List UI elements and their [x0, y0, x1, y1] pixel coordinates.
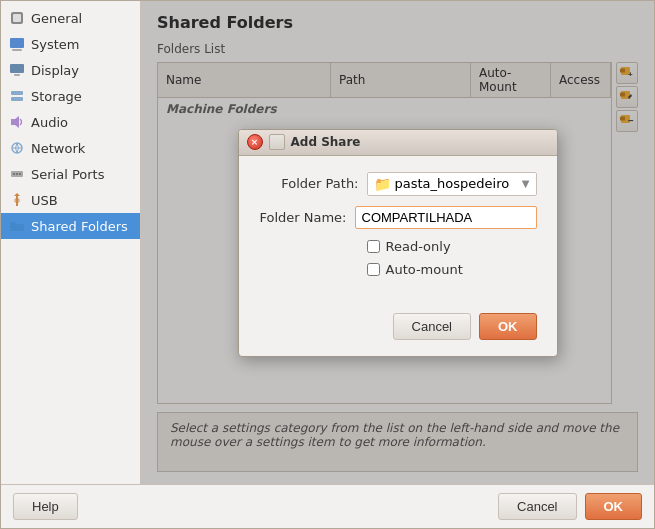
modal-body: Folder Path: 📁 pasta_hospedeiro ▼ Folder…: [239, 156, 557, 301]
folder-path-label: Folder Path:: [259, 176, 359, 191]
svg-rect-6: [11, 91, 23, 95]
modal-footer: Cancel OK: [239, 301, 557, 356]
main-panel: Shared Folders Folders List Name Path Au…: [141, 1, 654, 484]
sidebar-item-network[interactable]: Network: [1, 135, 140, 161]
automount-checkbox[interactable]: [367, 263, 380, 276]
modal-title: Add Share: [291, 135, 361, 149]
close-icon: ×: [251, 137, 259, 147]
modal-ok-button[interactable]: OK: [479, 313, 537, 340]
display-icon: [9, 62, 25, 78]
bottom-right-buttons: Cancel OK: [498, 493, 642, 520]
svg-marker-8: [11, 116, 19, 128]
readonly-checkbox[interactable]: [367, 240, 380, 253]
svg-point-13: [16, 173, 18, 175]
modal-titlebar: × Add Share: [239, 130, 557, 156]
system-icon: [9, 36, 25, 52]
svg-rect-1: [13, 14, 21, 22]
svg-rect-7: [11, 97, 23, 101]
serial-icon: [9, 166, 25, 182]
sidebar-item-serial-ports[interactable]: Serial Ports: [1, 161, 140, 187]
audio-icon: [9, 114, 25, 130]
sidebar-item-usb[interactable]: USB: [1, 187, 140, 213]
readonly-row: Read-only: [367, 239, 537, 254]
svg-rect-4: [10, 64, 24, 73]
folder-path-control[interactable]: 📁 pasta_hospedeiro ▼: [367, 172, 537, 196]
readonly-label: Read-only: [386, 239, 451, 254]
sidebar: General System Display Storage: [1, 1, 141, 484]
dropdown-arrow-icon: ▼: [522, 178, 530, 189]
folder-name-row: Folder Name:: [259, 206, 537, 229]
modal-minimize-button[interactable]: [269, 134, 285, 150]
network-icon: [9, 140, 25, 156]
folder-path-value: pasta_hospedeiro: [395, 176, 518, 191]
folder-icon: 📁: [374, 176, 391, 192]
modal-cancel-button[interactable]: Cancel: [393, 313, 471, 340]
general-icon: [9, 10, 25, 26]
modal-overlay: × Add Share Folder Path: 📁 pasta_hospede…: [141, 1, 654, 484]
automount-label: Auto-mount: [386, 262, 463, 277]
sidebar-item-system[interactable]: System: [1, 31, 140, 57]
automount-row: Auto-mount: [367, 262, 537, 277]
modal-close-button[interactable]: ×: [247, 134, 263, 150]
svg-point-14: [19, 173, 21, 175]
sidebar-item-shared-folders[interactable]: Shared Folders: [1, 213, 140, 239]
main-window: General System Display Storage: [0, 0, 655, 529]
storage-icon: [9, 88, 25, 104]
svg-rect-3: [12, 49, 22, 51]
ok-button[interactable]: OK: [585, 493, 643, 520]
svg-rect-5: [14, 74, 20, 76]
usb-icon: [9, 192, 25, 208]
sidebar-item-display[interactable]: Display: [1, 57, 140, 83]
folder-path-row: Folder Path: 📁 pasta_hospedeiro ▼: [259, 172, 537, 196]
sidebar-item-audio[interactable]: Audio: [1, 109, 140, 135]
sidebar-item-general[interactable]: General: [1, 5, 140, 31]
help-button[interactable]: Help: [13, 493, 78, 520]
cancel-button[interactable]: Cancel: [498, 493, 576, 520]
bottom-bar: Help Cancel OK: [1, 484, 654, 528]
shared-folders-icon: [9, 218, 25, 234]
svg-rect-2: [10, 38, 24, 48]
sidebar-item-storage[interactable]: Storage: [1, 83, 140, 109]
svg-marker-16: [14, 193, 20, 196]
content-area: General System Display Storage: [1, 1, 654, 484]
folder-name-label: Folder Name:: [259, 210, 347, 225]
svg-point-12: [13, 173, 15, 175]
folder-name-input[interactable]: [355, 206, 537, 229]
add-share-dialog: × Add Share Folder Path: 📁 pasta_hospede…: [238, 129, 558, 357]
